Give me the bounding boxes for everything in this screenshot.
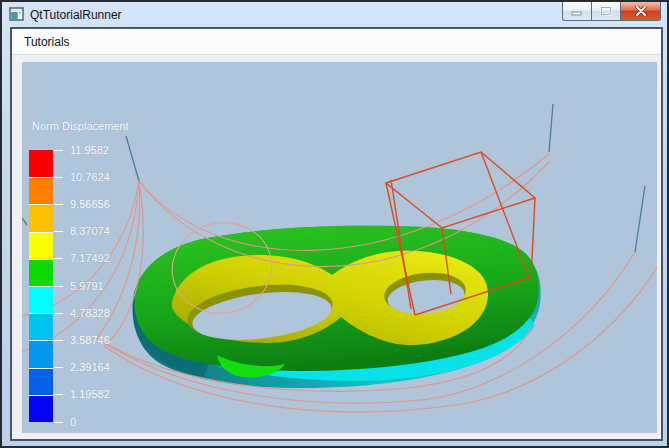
close-icon — [635, 6, 647, 16]
legend-colorbar — [29, 150, 53, 422]
legend-tick-mark — [54, 367, 63, 368]
legend-color-swatch — [29, 177, 53, 204]
maximize-button[interactable] — [592, 2, 620, 21]
legend-tick-mark — [54, 340, 63, 341]
legend-color-swatch — [29, 259, 53, 286]
menu-bar: Tutorials — [12, 29, 661, 55]
caption-buttons — [562, 2, 661, 21]
window-title: QtTutorialRunner — [30, 6, 122, 24]
legend-tick-mark — [54, 422, 63, 423]
app-icon — [9, 6, 25, 22]
legend-color-swatch — [29, 340, 53, 367]
legend-tick-label: 4.78328 — [70, 307, 110, 320]
menu-item-tutorials[interactable]: Tutorials — [14, 31, 80, 53]
legend-tick-mark — [54, 150, 63, 151]
legend-title: Norm Displacement — [32, 120, 129, 132]
legend-color-swatch — [29, 204, 53, 231]
legend-tick-mark — [54, 394, 63, 395]
app-window: QtTutorialRunner — [0, 0, 669, 448]
legend-tick-mark — [54, 286, 63, 287]
legend-tick-label: 10.7624 — [70, 171, 110, 184]
window-frame: QtTutorialRunner — [2, 2, 667, 446]
legend-tick-mark — [54, 231, 63, 232]
legend-color-swatch — [29, 150, 53, 177]
legend-tick-label: 8.37074 — [70, 225, 110, 238]
render-viewport[interactable]: Norm Displacement 11.958210.76249.566568… — [22, 62, 657, 433]
legend-tick-label: 5.9791 — [70, 280, 104, 293]
legend-tick-mark — [54, 177, 63, 178]
legend-color-swatch — [29, 368, 53, 395]
maximize-icon — [600, 6, 612, 16]
legend-tick-label: 1.19582 — [70, 388, 110, 401]
mesh-scene — [22, 62, 657, 433]
legend-color-swatch — [29, 395, 53, 422]
legend-tick-mark — [54, 313, 63, 314]
legend-tick-label: 11.9582 — [70, 144, 109, 157]
legend-color-swatch — [29, 313, 53, 340]
close-button[interactable] — [620, 2, 661, 21]
legend-tick-mark — [54, 258, 63, 259]
legend-tick-label: 0 — [70, 416, 76, 429]
legend-tick-label: 2.39164 — [70, 361, 110, 374]
legend-tick-label: 3.58746 — [70, 334, 110, 347]
legend-tick-label: 9.56656 — [70, 198, 110, 211]
minimize-icon — [571, 7, 583, 16]
client-area: Tutorials — [10, 27, 663, 441]
legend-tick-label: 7.17492 — [70, 252, 110, 265]
legend-color-swatch — [29, 286, 53, 313]
legend-color-swatch — [29, 232, 53, 259]
legend-tick-mark — [54, 204, 63, 205]
minimize-button[interactable] — [562, 2, 592, 21]
